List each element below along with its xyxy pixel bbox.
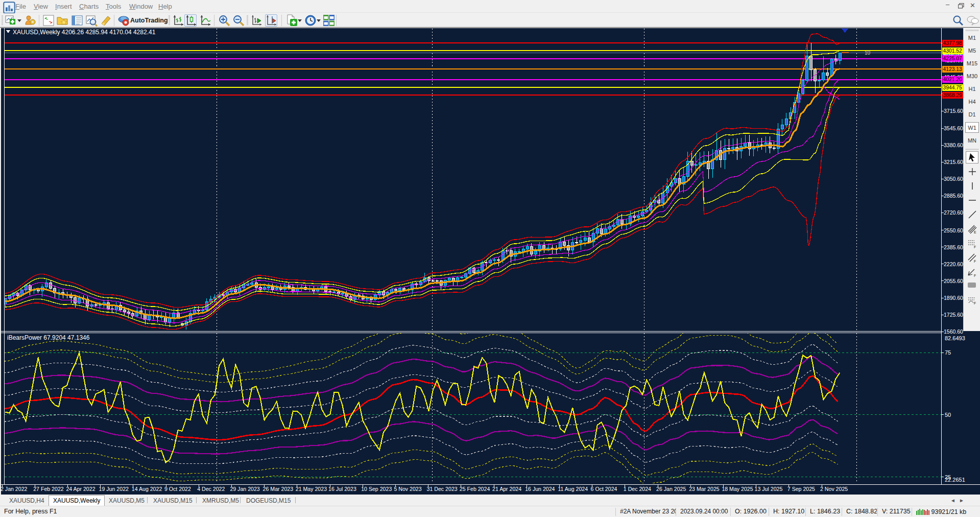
svg-text:XAUUSD,Weekly 4206.26 4285.94: XAUUSD,Weekly 4206.26 4285.94 4170.04 42…: [13, 29, 156, 36]
svg-text:27 Feb 2022: 27 Feb 2022: [33, 486, 64, 492]
svg-text:16 Jul 2023: 16 Jul 2023: [328, 486, 356, 492]
svg-text:82.6493: 82.6493: [945, 335, 965, 341]
svg-text:2055.60: 2055.60: [944, 278, 963, 284]
svg-text:4 Dec 2022: 4 Dec 2022: [197, 486, 225, 492]
svg-text:4301.52: 4301.52: [943, 48, 962, 54]
svg-text:F: F: [974, 260, 976, 263]
svg-text:3868.29: 3868.29: [943, 92, 962, 98]
svg-text:3050.60: 3050.60: [944, 176, 963, 182]
svg-text:5 Nov 2023: 5 Nov 2023: [394, 486, 421, 492]
svg-text:2885.60: 2885.60: [944, 193, 963, 199]
svg-text:50: 50: [945, 412, 951, 418]
svg-text:7 Sep 2025: 7 Sep 2025: [787, 486, 815, 492]
svg-text:F: F: [974, 245, 976, 249]
svg-text:29 Jan 2023: 29 Jan 2023: [230, 486, 259, 492]
svg-text:21 Apr 2024: 21 Apr 2024: [492, 486, 521, 492]
svg-text:3380.60: 3380.60: [944, 142, 963, 148]
svg-text:22.2651: 22.2651: [945, 477, 965, 483]
svg-text:31 Dec 2023: 31 Dec 2023: [427, 486, 458, 492]
svg-text:18 May 2025: 18 May 2025: [722, 486, 753, 492]
svg-text:1890.60: 1890.60: [944, 295, 963, 301]
svg-text:1560.60: 1560.60: [944, 328, 963, 335]
svg-text:1725.60: 1725.60: [944, 312, 963, 318]
svg-text:2385.60: 2385.60: [944, 244, 963, 250]
svg-text:E: E: [974, 230, 976, 234]
svg-text:23 Mar 2025: 23 Mar 2025: [689, 486, 720, 492]
svg-text:F: F: [974, 274, 976, 277]
svg-text:3545.60: 3545.60: [944, 125, 963, 131]
svg-text:3215.60: 3215.60: [944, 159, 963, 165]
svg-text:75: 75: [945, 349, 951, 356]
svg-text:11 Aug 2024: 11 Aug 2024: [558, 486, 588, 492]
svg-text:14 Aug 2022: 14 Aug 2022: [132, 486, 162, 492]
svg-text:2550.60: 2550.60: [944, 227, 963, 233]
svg-text:F: F: [974, 301, 976, 305]
svg-text:3944.75: 3944.75: [943, 85, 962, 90]
svg-text:4021.20: 4021.20: [943, 77, 962, 82]
svg-text:19 Jun 2022: 19 Jun 2022: [99, 486, 129, 492]
svg-text:21 May 2023: 21 May 2023: [296, 486, 327, 492]
svg-text:2 Nov 2025: 2 Nov 2025: [820, 486, 848, 492]
svg-text:9 Oct 2022: 9 Oct 2022: [164, 486, 191, 492]
svg-text:16 Jun 2024: 16 Jun 2024: [525, 486, 555, 492]
svg-text:2720.60: 2720.60: [944, 209, 963, 216]
svg-text:26 Mar 2023: 26 Mar 2023: [263, 486, 294, 492]
svg-text:4225.07: 4225.07: [943, 56, 962, 61]
svg-text:3715.60: 3715.60: [944, 108, 963, 114]
svg-text:26 Jan 2025: 26 Jan 2025: [656, 486, 686, 492]
svg-text:1 Dec 2024: 1 Dec 2024: [624, 486, 651, 492]
svg-text:10: 10: [865, 50, 871, 56]
svg-text:iBearsPower 67.9204 47.1346: iBearsPower 67.9204 47.1346: [7, 334, 90, 341]
svg-text:6 Oct 2024: 6 Oct 2024: [591, 486, 617, 492]
svg-text:2 Jan 2022: 2 Jan 2022: [1, 486, 28, 492]
svg-text:13 Jul 2025: 13 Jul 2025: [755, 486, 783, 492]
svg-text:4377.98: 4377.98: [943, 40, 962, 46]
svg-text:24 Apr 2022: 24 Apr 2022: [66, 486, 95, 492]
svg-text:25 Feb 2024: 25 Feb 2024: [460, 486, 490, 492]
svg-text:2220.60: 2220.60: [944, 261, 963, 267]
svg-text:4123.13: 4123.13: [943, 66, 962, 72]
svg-text:10 Sep 2023: 10 Sep 2023: [361, 486, 392, 492]
